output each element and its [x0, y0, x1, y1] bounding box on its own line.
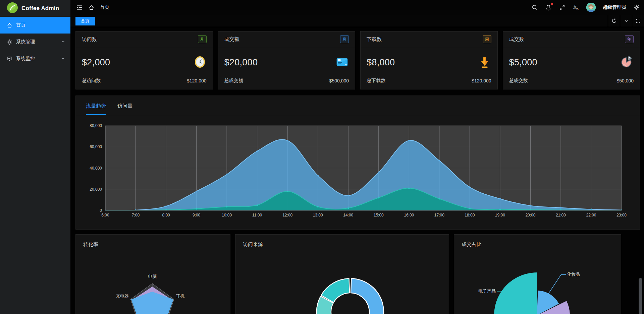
leaf-logo-icon — [7, 2, 18, 15]
stat-card-visits: 访问数 月 $2,000 总访问数 $120,000 — [75, 31, 213, 89]
svg-text:23:00: 23:00 — [616, 213, 627, 217]
sidebar-item-home[interactable]: 首页 — [0, 17, 70, 34]
sidebar-item-label: 首页 — [16, 22, 25, 28]
fullscreen-icon[interactable] — [559, 4, 566, 11]
notification-dot — [551, 3, 553, 5]
panel-title: 访问来源 — [243, 241, 263, 248]
maximize-icon[interactable] — [632, 15, 644, 27]
svg-text:20:00: 20:00 — [525, 213, 535, 217]
gear-icon[interactable] — [633, 4, 640, 11]
collapse-menu-icon[interactable] — [76, 4, 83, 11]
download-icon — [478, 55, 491, 70]
svg-text:9:00: 9:00 — [193, 213, 201, 217]
deal-share-pie-chart: 电子产品化妆品 — [454, 254, 621, 314]
bottom-cards-row: 转化率 电脑充电器耳机 访问来源 成交占比 电子产品化妆品 — [75, 234, 640, 314]
svg-text:22:00: 22:00 — [586, 213, 596, 217]
conversion-rate-card: 转化率 电脑充电器耳机 — [75, 234, 230, 314]
chevron-down-icon — [61, 56, 65, 61]
app-window: { "app": { "title": "Coffee Admin" }, "s… — [0, 0, 644, 314]
traffic-trend-chart: 6:007:008:009:0010:0011:0012:0013:0014:0… — [76, 115, 640, 230]
deal-share-card: 成交占比 电子产品化妆品 — [454, 234, 621, 314]
visit-source-donut-chart — [235, 254, 449, 314]
trend-tabs: 流量趋势 访问量 — [76, 96, 640, 115]
period-tag: 月 — [198, 35, 207, 43]
stat-footer-label: 总成交额 — [224, 78, 243, 84]
panel-title: 转化率 — [83, 241, 98, 248]
sidebar: Coffee Admin 首页 系统管理 — [0, 0, 70, 314]
stat-title: 成交数 — [509, 36, 524, 43]
panel-title: 成交占比 — [462, 241, 482, 248]
svg-text:60,000: 60,000 — [90, 144, 102, 149]
chevron-down-icon[interactable] — [620, 15, 632, 27]
user-name[interactable]: 超级管理员 — [603, 4, 626, 10]
svg-text:21:00: 21:00 — [556, 213, 566, 217]
credit-card-icon — [335, 55, 349, 70]
svg-text:40,000: 40,000 — [90, 166, 102, 171]
svg-text:20,000: 20,000 — [90, 187, 102, 192]
stat-cards-row: 访问数 月 $2,000 总访问数 $120,000 — [75, 31, 640, 89]
main-content: 访问数 月 $2,000 总访问数 $120,000 — [70, 27, 644, 314]
conversion-radar-chart: 电脑充电器耳机 — [76, 254, 230, 314]
svg-text:15:00: 15:00 — [374, 213, 384, 217]
pie-icon: % — [620, 55, 634, 70]
stat-value: $5,000 — [509, 57, 537, 68]
gear-icon — [7, 39, 13, 45]
svg-text:80,000: 80,000 — [90, 123, 102, 128]
stat-card-deals: 成交数 年 $5,000 % 总成交数 $50,000 — [503, 31, 640, 89]
stat-card-downloads: 下载数 周 $8,000 总下载数 $120,000 — [360, 31, 498, 89]
translate-icon[interactable]: 文 A — [573, 4, 579, 11]
traffic-trend-card: 流量趋势 访问量 6:007:008:009:0010:0011:0012:00… — [75, 96, 640, 230]
tab-visit-volume[interactable]: 访问量 — [117, 103, 132, 115]
stat-footer-value: $500,000 — [329, 78, 349, 83]
chevron-down-icon — [61, 39, 65, 45]
bell-icon[interactable] — [545, 4, 552, 11]
svg-text:17:00: 17:00 — [434, 213, 444, 217]
sidebar-item-label: 系统管理 — [16, 39, 35, 45]
stat-footer-value: $120,000 — [472, 78, 491, 83]
stat-value: $2,000 — [82, 57, 110, 68]
clock-icon — [193, 55, 207, 70]
breadcrumb-label[interactable]: 首页 — [100, 4, 109, 10]
stat-footer-label: 总下载数 — [367, 78, 385, 84]
tab-home[interactable]: 首页 — [75, 17, 95, 25]
stat-title: 访问数 — [82, 36, 97, 43]
stat-footer-label: 总访问数 — [82, 78, 101, 84]
search-icon[interactable] — [531, 4, 538, 11]
refresh-icon[interactable] — [608, 15, 620, 27]
top-navbar: 首页 文 A — [70, 0, 644, 15]
tab-actions — [608, 15, 644, 27]
tab-traffic-trend[interactable]: 流量趋势 — [86, 103, 106, 115]
stat-title: 成交额 — [224, 36, 239, 43]
breadcrumb: 首页 — [70, 4, 109, 11]
svg-text:充电器: 充电器 — [116, 294, 129, 299]
app-title: Coffee Admin — [21, 5, 59, 12]
scrollbar-thumb[interactable] — [639, 278, 642, 314]
sidebar-item-system-monitor[interactable]: 系统监控 — [0, 50, 70, 67]
period-tag: 月 — [340, 35, 349, 43]
svg-text:11:00: 11:00 — [252, 213, 262, 217]
home-icon[interactable] — [88, 4, 95, 11]
period-tag: 周 — [483, 35, 491, 43]
stat-value: $20,000 — [224, 57, 258, 68]
monitor-icon — [7, 56, 13, 62]
stat-title: 下载数 — [367, 36, 382, 43]
visit-source-card: 访问来源 — [235, 234, 449, 314]
app-logo: Coffee Admin — [0, 0, 70, 17]
stat-footer-value: $120,000 — [187, 78, 206, 83]
tags-view-bar: 首页 — [70, 15, 644, 27]
sidebar-item-system-management[interactable]: 系统管理 — [0, 34, 70, 50]
svg-text:8:00: 8:00 — [162, 213, 170, 217]
stat-footer-value: $50,000 — [616, 78, 634, 83]
stat-value: $8,000 — [367, 57, 395, 68]
svg-text:电子产品: 电子产品 — [478, 289, 496, 294]
svg-text:耳机: 耳机 — [176, 294, 184, 299]
svg-text:0: 0 — [100, 208, 102, 213]
period-tag: 年 — [625, 35, 634, 43]
svg-text:12:00: 12:00 — [282, 213, 292, 217]
sidebar-item-label: 系统监控 — [16, 56, 35, 62]
svg-text:A: A — [576, 7, 579, 11]
svg-text:14:00: 14:00 — [343, 213, 353, 217]
avatar[interactable] — [586, 3, 596, 12]
navbar-actions: 文 A 超级管理员 — [531, 3, 644, 12]
svg-text:18:00: 18:00 — [465, 213, 475, 217]
